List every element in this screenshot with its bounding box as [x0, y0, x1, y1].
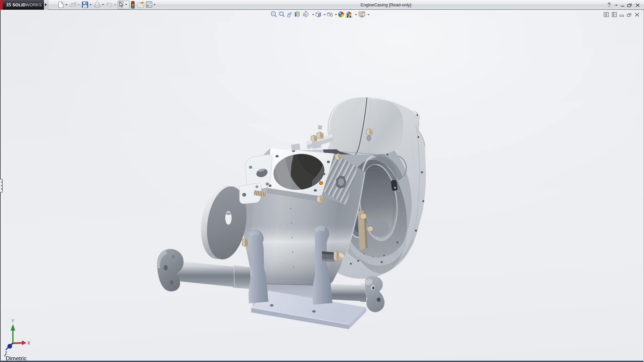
svg-text:Y: Y	[11, 318, 14, 323]
svg-text:X: X	[27, 340, 31, 346]
